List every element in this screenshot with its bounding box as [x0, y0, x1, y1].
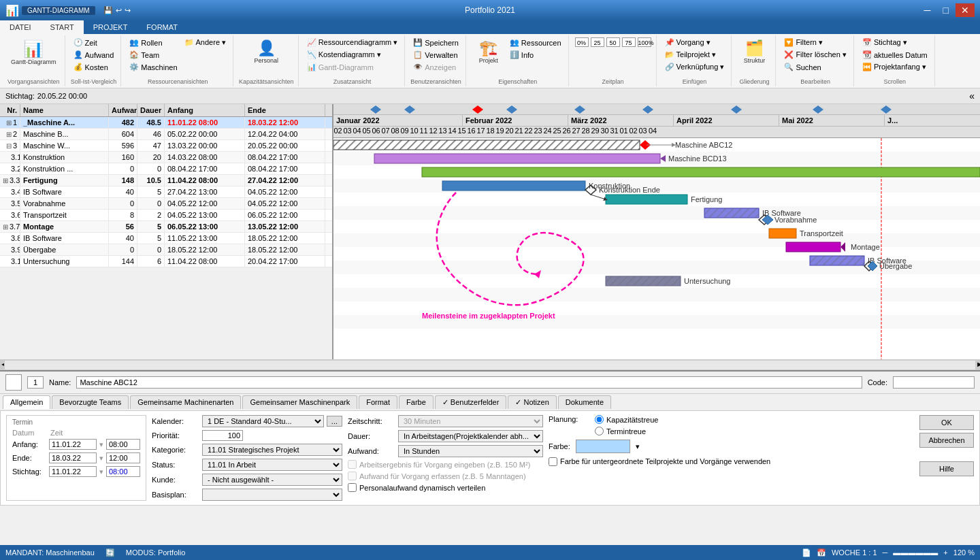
- farbe-swatch[interactable]: [576, 440, 630, 453]
- anfang-date-input[interactable]: [49, 439, 97, 450]
- table-row[interactable]: 3.6 Transportzeit 8 2 04.05.22 13:00 06.…: [0, 210, 332, 221]
- pct25-btn[interactable]: 25: [591, 37, 604, 47]
- struktur-btn[interactable]: 🗂️ Struktur: [737, 37, 771, 67]
- code-input[interactable]: [893, 376, 975, 389]
- expand-icon[interactable]: ⊟: [6, 142, 12, 150]
- suchen-btn[interactable]: 🔍Suchen: [781, 61, 849, 73]
- table-row[interactable]: 3.8 IB Software 40 5 11.05.22 13:00 18.0…: [0, 233, 332, 244]
- table-row[interactable]: ⊞2 Maschine B... 604 46 05.02.22 00:00 1…: [0, 129, 332, 140]
- minus-zoom[interactable]: ─: [883, 548, 888, 557]
- gantt-bar-3-6[interactable]: [769, 229, 796, 238]
- stichtag-time-input[interactable]: [106, 466, 140, 477]
- aufwand-erfassen-check[interactable]: [348, 472, 357, 480]
- filtern-btn[interactable]: 🔽Filtern ▾: [781, 37, 849, 48]
- expand-icon[interactable]: ⊞: [6, 119, 12, 127]
- table-row[interactable]: ⊞1 _Maschine A... 482 48.5 11.01.22 08:0…: [0, 117, 332, 129]
- tab-projekt[interactable]: PROJEKT: [84, 20, 137, 34]
- tab-format[interactable]: FORMAT: [137, 20, 187, 34]
- table-row[interactable]: 3.5 Vorabnahme 0 0 04.05.22 12:00 04.05.…: [0, 198, 332, 210]
- tab-gemeinsame-machinenarten[interactable]: Gemeinsame Machinenarten: [130, 395, 241, 409]
- kostendiagramm-btn[interactable]: 📉Kostendiagramm ▾: [304, 49, 401, 61]
- tab-benutzerfelder[interactable]: ✓ Benutzerfelder: [435, 395, 507, 409]
- abbrechen-button[interactable]: Abbrechen: [919, 433, 974, 448]
- verwalten-btn[interactable]: 📋Verwalten: [410, 49, 461, 61]
- kalender-select[interactable]: 1 DE - Standard 40-Stu...: [202, 415, 324, 427]
- zeit-btn[interactable]: 🕐Zeit: [71, 37, 117, 48]
- andere-btn[interactable]: 📁Andere ▾: [182, 37, 229, 48]
- scroll-track[interactable]: [4, 360, 976, 370]
- tab-bevorzugte-teams[interactable]: Bevorzugte Teams: [52, 395, 129, 409]
- projektanfang-btn[interactable]: ⏮️Projektanfang ▾: [860, 61, 930, 73]
- hilfe-button[interactable]: Hilfe: [919, 461, 974, 476]
- status-select[interactable]: 11.01 In Arbeit: [202, 459, 342, 471]
- gantt-bar-3-1[interactable]: [442, 181, 585, 191]
- zeitschritt-select[interactable]: 30 Minuten: [398, 415, 543, 427]
- ressourcendiagramm-btn[interactable]: 📈Ressourcendiagramm ▾: [304, 37, 401, 48]
- expand-icon[interactable]: ⊞: [6, 131, 12, 138]
- tab-datei[interactable]: DATEI: [0, 20, 41, 34]
- gantt-zusatz-btn[interactable]: 📊Gantt-Diagramm: [304, 61, 401, 73]
- ok-button[interactable]: OK: [919, 415, 974, 430]
- kalender-btn[interactable]: ...: [327, 416, 342, 427]
- filter-loeschen-btn[interactable]: ❌Filter löschen ▾: [781, 49, 849, 61]
- tab-format[interactable]: Format: [359, 395, 397, 409]
- gantt-bar-2[interactable]: [374, 154, 660, 163]
- refresh-icon[interactable]: 🔄: [105, 548, 115, 557]
- collapse-btn[interactable]: «: [969, 90, 975, 101]
- aufwand-select[interactable]: In Stunden: [398, 445, 543, 457]
- tab-farbe[interactable]: Farbe: [399, 395, 434, 409]
- prioritaet-input[interactable]: [202, 430, 243, 441]
- plus-zoom[interactable]: +: [943, 548, 947, 557]
- gantt-bar-3-7[interactable]: [786, 242, 840, 252]
- personalaufwand-check[interactable]: [348, 483, 357, 492]
- gantt-bar-3-3[interactable]: [606, 195, 687, 204]
- aufwand-btn[interactable]: 👤Aufwand: [71, 49, 117, 61]
- pct0-btn[interactable]: 0%: [575, 37, 589, 47]
- kosten-btn[interactable]: 💰Kosten: [71, 61, 117, 73]
- expand-icon[interactable]: ⊞: [3, 177, 8, 184]
- close-btn[interactable]: ✕: [956, 3, 975, 17]
- planung-termin-radio[interactable]: [595, 427, 604, 435]
- team-btn[interactable]: 🏠Team: [127, 49, 180, 61]
- info-btn[interactable]: ℹ️Info: [507, 49, 564, 61]
- tab-allgemein[interactable]: Allgemein: [3, 395, 50, 409]
- table-row[interactable]: 3.4 IB Software 40 5 27.04.22 13:00 04.0…: [0, 186, 332, 198]
- rollen-btn[interactable]: 👥Rollen: [127, 37, 180, 48]
- zoom-slider[interactable]: ▬▬▬▬▬▬: [893, 548, 938, 557]
- verknuepfung-btn[interactable]: 🔗Verknüpfung ▾: [662, 61, 728, 73]
- table-row[interactable]: ⊟3 Maschine W... 596 47 13.03.22 00:00 2…: [0, 140, 332, 152]
- vorgang-btn[interactable]: 📌Vorgang ▾: [662, 37, 728, 48]
- anzeigen-btn[interactable]: 👁️Anzeigen: [410, 61, 461, 73]
- tab-gemeinsamer-maschinenpark[interactable]: Gemeinsamer Maschinenpark: [242, 395, 357, 409]
- teilprojekt-btn[interactable]: 📂Teilprojekt ▾: [662, 49, 728, 61]
- table-row[interactable]: 3.10 Untersuchung 144 6 11.04.22 08:00 2…: [0, 256, 332, 267]
- table-row[interactable]: 3.2 Konstruktion ... 0 0 08.04.22 17:00 …: [0, 163, 332, 175]
- ende-date-input[interactable]: [49, 452, 97, 463]
- planung-kapazitaet-radio[interactable]: [595, 415, 604, 424]
- scroll-right-btn[interactable]: ►: [976, 360, 980, 370]
- table-row[interactable]: 3.1 Konstruktion 160 20 14.03.22 08:00 0…: [0, 152, 332, 163]
- gantt-diagramm-btn[interactable]: 📊 Gantt-Diagramm: [7, 37, 61, 68]
- table-row[interactable]: 3.9 Übergabe 0 0 18.05.22 12:00 18.05.22…: [0, 244, 332, 256]
- minimize-btn[interactable]: ─: [919, 3, 936, 17]
- undo-btn[interactable]: ↩: [116, 6, 122, 15]
- farbe-dropdown[interactable]: ▾: [636, 442, 640, 451]
- kategorie-select[interactable]: 11.01 Strategisches Projekt: [202, 444, 342, 456]
- maximize-btn[interactable]: □: [938, 3, 954, 17]
- kunde-select[interactable]: - Nicht ausgewählt -: [202, 474, 342, 486]
- pct100-btn[interactable]: 100%: [638, 37, 651, 47]
- personal-btn[interactable]: 👤 Personal: [249, 37, 283, 67]
- pct50-btn[interactable]: 50: [606, 37, 620, 47]
- tab-start[interactable]: START: [41, 20, 84, 34]
- maschinen-btn[interactable]: ⚙️Maschinen: [127, 61, 180, 73]
- arbeitsergebnis-check[interactable]: [348, 460, 357, 469]
- ende-time-input[interactable]: [106, 452, 140, 463]
- speichern-btn[interactable]: 💾Speichern: [410, 37, 461, 48]
- ressourcen-eig-btn[interactable]: 👥Ressourcen: [507, 37, 564, 48]
- projekt-btn[interactable]: 🏗️ Projekt: [472, 37, 506, 67]
- basisplan-select[interactable]: [202, 489, 342, 501]
- farbe-untergeordnet-check[interactable]: [549, 457, 557, 466]
- table-row[interactable]: ⊞3.7 Montage 56 5 06.05.22 13:00 13.05.2…: [0, 221, 332, 233]
- redo-btn[interactable]: ↪: [125, 6, 131, 15]
- stichtag-date-input[interactable]: [49, 466, 97, 477]
